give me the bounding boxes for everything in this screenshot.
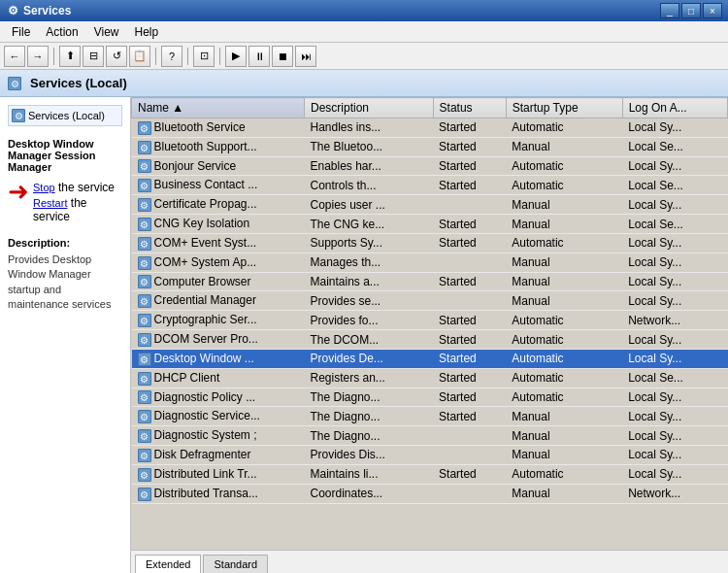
service-row-icon <box>138 275 151 288</box>
tab-extended[interactable]: Extended <box>135 555 201 573</box>
menu-bar: File Action View Help <box>0 21 728 43</box>
table-row[interactable]: Bluetooth ServiceHandles ins...StartedAu… <box>132 118 728 138</box>
table-row[interactable]: Business Contact ...Controls th...Starte… <box>132 176 728 195</box>
stop-service-button[interactable]: ⏹ <box>272 46 293 67</box>
minimize-button[interactable]: _ <box>660 3 679 18</box>
cell-logon: Local Sy... <box>622 349 727 368</box>
cell-status: Started <box>433 215 506 234</box>
main-container: Services (Local) Services (Local) Deskto… <box>0 70 728 573</box>
cell-name: Diagnostic Policy ... <box>132 388 305 407</box>
col-name[interactable]: Name ▲ <box>132 98 305 118</box>
table-row[interactable]: Diagnostic Service...The Diagno...Starte… <box>132 407 728 426</box>
restart-link[interactable]: Restart <box>33 197 67 209</box>
table-row[interactable]: Certificate Propag...Copies user ...Manu… <box>132 195 728 215</box>
tree-item[interactable]: Services (Local) <box>8 105 122 126</box>
close-button[interactable]: × <box>703 3 722 18</box>
table-row[interactable]: Disk DefragmenterProvides Dis...ManualLo… <box>132 446 728 465</box>
left-panel: Services (Local) Desktop Window Manager … <box>0 97 131 573</box>
table-row[interactable]: Bonjour ServiceEnables har...StartedAuto… <box>132 156 728 176</box>
cell-status: Started <box>433 407 506 426</box>
show-hide-button[interactable]: ⊟ <box>83 46 104 67</box>
table-row[interactable]: COM+ System Ap...Manages th...ManualLoca… <box>132 253 728 272</box>
cell-startup: Automatic <box>506 233 622 253</box>
menu-file[interactable]: File <box>4 23 38 41</box>
cell-desc: Registers an... <box>304 368 433 388</box>
table-row[interactable]: Distributed Transa...Coordinates...Manua… <box>132 484 728 503</box>
cell-status: Started <box>433 311 506 330</box>
start-service-button[interactable]: ▶ <box>225 46 247 67</box>
bottom-tabs: Extended Standard <box>131 550 728 573</box>
cell-status: Started <box>433 272 506 291</box>
service-row-icon <box>138 468 151 482</box>
table-row[interactable]: Cryptographic Ser...Provides fo...Starte… <box>132 311 728 330</box>
menu-help[interactable]: Help <box>127 23 167 41</box>
services-table-wrapper[interactable]: Name ▲ Description Status Startup Type L… <box>131 97 728 550</box>
cell-logon: Local Sy... <box>622 195 727 215</box>
cell-name: Cryptographic Ser... <box>132 311 305 330</box>
cell-name: Desktop Window ... <box>132 349 305 368</box>
table-row[interactable]: DHCP ClientRegisters an...StartedAutomat… <box>132 368 728 388</box>
toolbar-separator-1 <box>53 48 54 65</box>
service-row-icon <box>138 429 151 443</box>
service-row-icon <box>138 256 151 270</box>
export-button[interactable]: 📋 <box>129 46 150 67</box>
cell-desc: Coordinates... <box>304 484 433 503</box>
table-row[interactable]: Bluetooth Support...The Bluetoo...Starte… <box>132 137 728 156</box>
table-row[interactable]: Computer BrowserMaintains a...StartedMan… <box>132 272 728 291</box>
service-row-icon <box>138 410 151 423</box>
table-row[interactable]: Diagnostic System ;The Diagno...ManualLo… <box>132 426 728 446</box>
cell-desc: Provides fo... <box>304 311 433 330</box>
cell-name: Credential Manager <box>132 291 305 311</box>
service-row-icon <box>138 333 151 347</box>
tab-standard[interactable]: Standard <box>203 555 268 573</box>
table-row[interactable]: Credential ManagerProvides se...ManualLo… <box>132 291 728 311</box>
tree-icon <box>12 109 25 122</box>
stop-link[interactable]: Stop <box>33 182 55 193</box>
cell-desc: Provides Dis... <box>304 446 433 465</box>
cell-desc: The DCOM... <box>304 330 433 350</box>
up-button[interactable]: ⬆ <box>59 46 81 67</box>
cell-desc: The CNG ke... <box>304 215 433 234</box>
desc-label: Description: <box>8 237 122 249</box>
pause-service-button[interactable]: ⏸ <box>248 46 270 67</box>
cell-status <box>433 195 506 215</box>
menu-action[interactable]: Action <box>38 23 85 41</box>
menu-view[interactable]: View <box>86 23 127 41</box>
title-bar: ⚙ Services _ □ × <box>0 0 728 21</box>
cell-startup: Automatic <box>506 368 622 388</box>
cell-startup: Manual <box>506 195 622 215</box>
table-row[interactable]: Diagnostic Policy ...The Diagno...Starte… <box>132 388 728 407</box>
col-description[interactable]: Description <box>304 98 433 118</box>
help-button[interactable]: ? <box>161 46 182 67</box>
cell-logon: Local Sy... <box>622 272 727 291</box>
refresh-button[interactable]: ↺ <box>106 46 127 67</box>
table-row[interactable]: DCOM Server Pro...The DCOM...StartedAuto… <box>132 330 728 350</box>
table-header-row: Name ▲ Description Status Startup Type L… <box>132 98 728 118</box>
col-startup[interactable]: Startup Type <box>506 98 622 118</box>
restart-service-button[interactable]: ⏭ <box>295 46 316 67</box>
cell-status: Started <box>433 464 506 484</box>
cell-startup: Automatic <box>506 311 622 330</box>
table-row[interactable]: COM+ Event Syst...Supports Sy...StartedA… <box>132 233 728 253</box>
cell-name: Diagnostic Service... <box>132 407 305 426</box>
cell-desc: Provides De... <box>304 349 433 368</box>
action-links: Stop the service Restart the service <box>33 181 122 223</box>
cell-name: Business Contact ... <box>132 176 305 195</box>
col-logon[interactable]: Log On A... <box>622 98 727 118</box>
window-controls[interactable]: _ □ × <box>660 3 722 18</box>
cell-name: Computer Browser <box>132 272 305 291</box>
maximize-button[interactable]: □ <box>681 3 701 18</box>
properties-button[interactable]: ⊡ <box>193 46 215 67</box>
cell-name: Bonjour Service <box>132 156 305 176</box>
forward-button[interactable]: → <box>27 46 49 67</box>
table-row[interactable]: Distributed Link Tr...Maintains li...Sta… <box>132 464 728 484</box>
cell-status: Started <box>433 137 506 156</box>
service-row-icon <box>138 159 151 173</box>
services-header-icon <box>8 77 21 90</box>
cell-desc: The Diagno... <box>304 407 433 426</box>
back-button[interactable]: ← <box>4 46 25 67</box>
table-row[interactable]: Desktop Window ...Provides De...StartedA… <box>132 349 728 368</box>
cell-desc: The Diagno... <box>304 388 433 407</box>
col-status[interactable]: Status <box>433 98 506 118</box>
table-row[interactable]: CNG Key IsolationThe CNG ke...StartedMan… <box>132 215 728 234</box>
